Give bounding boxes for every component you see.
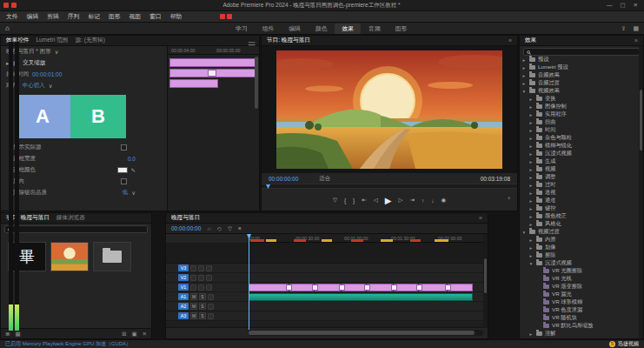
effects-tree-item[interactable]: ▸ 音频过渡 [520, 79, 639, 87]
effects-tree-item[interactable]: ▸ 擦除 [520, 251, 639, 259]
track-sync-lock-icon[interactable] [206, 265, 212, 271]
go-to-out-icon[interactable]: ⇥ [409, 197, 414, 204]
disclosure-icon[interactable]: ▸ [528, 222, 534, 227]
disclosure-icon[interactable]: ▸ [528, 206, 534, 211]
mute-button[interactable]: M [190, 293, 197, 300]
track-lock-icon[interactable] [190, 275, 196, 281]
disclosure-icon[interactable]: ▸ [521, 57, 527, 63]
workspace-tab[interactable]: 编辑 [282, 23, 308, 34]
disclosure-icon[interactable]: ▸ [521, 81, 527, 86]
effects-tree-item[interactable]: VR 漏光 [520, 291, 639, 298]
effects-tree-item[interactable]: ▸ 风格化 [520, 220, 639, 228]
go-to-in-icon[interactable]: ⇤ [362, 197, 366, 204]
sequence-marker[interactable] [351, 239, 363, 242]
chevron-down-icon[interactable]: ∨ [131, 190, 136, 197]
effects-tree-item[interactable]: VR 默比乌斯缩放 [520, 322, 639, 330]
panel-tab[interactable]: 源: (无剪辑) [75, 37, 104, 44]
maximize-button[interactable]: ▢ [620, 2, 625, 9]
disclosure-icon[interactable]: ▸ [528, 144, 534, 149]
solo-button[interactable]: S [199, 293, 206, 300]
track-sync-lock-icon[interactable] [206, 284, 212, 291]
effects-tree-item[interactable]: ▸ 划像 [520, 244, 639, 251]
play-icon[interactable]: ▶ [385, 196, 392, 205]
minimize-button[interactable]: — [607, 2, 613, 9]
lift-icon[interactable]: ↑ [422, 197, 424, 204]
track-lock-icon[interactable] [190, 284, 196, 291]
sequence-tab[interactable]: 晚霞与落日 [171, 214, 200, 222]
outgoing-clip[interactable] [169, 58, 256, 67]
sequence-marker[interactable] [410, 239, 421, 242]
mini-timeline-ruler[interactable]: 00:00:04:0000:00:05:00 [168, 46, 259, 55]
disclosure-icon[interactable]: ▸ [528, 136, 534, 141]
effects-tree-item[interactable]: VR 光圈擦除 [520, 267, 639, 275]
track-sync-lock-icon[interactable] [206, 275, 212, 281]
disclosure-icon[interactable]: ▸ [528, 198, 534, 204]
disclosure-icon[interactable]: ▸ [528, 245, 534, 251]
icon-view-icon[interactable]: ▦ [15, 331, 20, 338]
workspace-tab[interactable]: 音频 [362, 23, 388, 34]
effects-tree-item[interactable]: VR 光线 [520, 275, 639, 283]
menu-item[interactable]: 窗口 [149, 12, 162, 21]
track-target-button[interactable]: A2 [178, 303, 189, 310]
delete-icon[interactable]: ✕ [143, 331, 147, 338]
sequence-marker[interactable] [266, 239, 276, 242]
sequence-marker[interactable] [250, 239, 264, 242]
effects-tree-item[interactable]: ▸ 图像控制 [520, 103, 639, 110]
effects-tree-item[interactable]: ▸ 预设 [520, 56, 639, 64]
disclosure-icon[interactable]: ▸ [528, 159, 534, 164]
disclosure-icon[interactable]: ▸ [528, 128, 534, 133]
record-arm-icon[interactable] [208, 294, 214, 300]
new-item-icon[interactable]: ⊞ [122, 331, 126, 338]
step-forward-icon[interactable]: ▷ [398, 197, 402, 204]
horizontal-scrollbar[interactable] [249, 330, 483, 336]
effects-tree-item[interactable]: ▸ 时间 [520, 126, 639, 134]
effects-tree-item[interactable]: ▸ 模糊与锐化 [520, 142, 639, 150]
sequence-marker[interactable] [381, 239, 393, 242]
aa-quality-value[interactable]: 低 [123, 189, 129, 197]
disclosure-icon[interactable]: ▸ [528, 167, 534, 172]
transition-block[interactable] [208, 70, 216, 77]
effects-tree-item[interactable]: ▸ 视频 [520, 165, 639, 173]
panel-menu-icon[interactable]: ≡ [479, 215, 482, 221]
disclosure-icon[interactable]: ▾ [528, 261, 534, 266]
effects-tree-item[interactable]: ▸ 实用程序 [520, 110, 639, 118]
step-back-icon[interactable]: ◁ [374, 197, 378, 204]
effects-tree-item[interactable]: VR 随机块 [520, 314, 639, 322]
show-source-checkbox[interactable] [121, 144, 127, 151]
add-marker-icon[interactable]: ▽ [228, 225, 232, 232]
scrollbar[interactable] [639, 46, 643, 338]
home-icon[interactable]: ⌂ [5, 24, 10, 32]
project-search-input[interactable] [14, 227, 101, 232]
add-marker-icon[interactable]: ▽ [333, 197, 337, 204]
close-button[interactable]: ✕ [634, 2, 638, 9]
zoom-level-select[interactable]: 适合 [319, 175, 330, 183]
project-search[interactable] [4, 225, 148, 233]
timeline-settings-icon[interactable]: ≡ [238, 225, 242, 232]
scrollbar[interactable] [255, 57, 258, 109]
track-target-button[interactable]: V2 [178, 274, 189, 281]
clip-bar[interactable] [169, 79, 218, 88]
record-arm-icon[interactable] [208, 313, 214, 319]
disclosure-icon[interactable]: ▸ [528, 104, 534, 110]
sequence-marker[interactable] [322, 239, 332, 242]
disclosure-icon[interactable]: ▸ [528, 175, 534, 180]
mute-button[interactable]: M [190, 303, 197, 310]
extract-icon[interactable]: ↓ [431, 197, 434, 204]
workspace-tab[interactable]: 颜色 [309, 23, 335, 34]
transition-clip[interactable] [391, 284, 397, 291]
sequence-marker[interactable] [435, 239, 448, 242]
workspace-tab[interactable]: 学习 [229, 23, 255, 34]
eyedropper-icon[interactable]: ✎ [131, 167, 136, 174]
menu-item[interactable]: 帮助 [170, 12, 183, 21]
disclosure-icon[interactable]: ▸ [528, 331, 534, 337]
track-target-button[interactable]: A1 [178, 293, 189, 300]
menu-item[interactable]: 图形 [109, 12, 121, 21]
current-timecode[interactable]: 00:00:00:00 [269, 176, 298, 182]
effects-tree-item[interactable]: ▸ 颜色校正 [520, 212, 639, 220]
effects-tree-item[interactable]: ▸ 变换 [520, 95, 639, 103]
vertical-scrollbar[interactable] [483, 234, 488, 328]
track-visibility-icon[interactable] [198, 284, 204, 291]
disclosure-icon[interactable]: ▾ [521, 89, 527, 94]
graphic-clip-thumbnail[interactable]: 畢 [8, 242, 46, 271]
menu-item[interactable]: 剪辑 [47, 12, 59, 21]
